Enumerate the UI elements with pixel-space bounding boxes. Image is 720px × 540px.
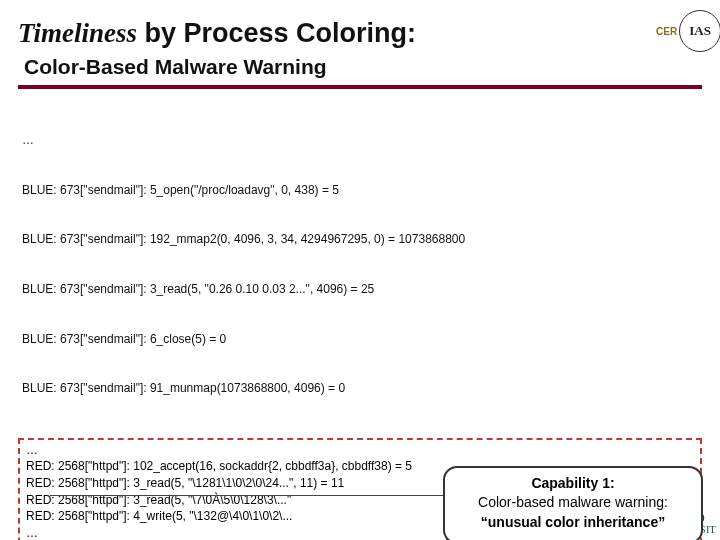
title-rule (18, 85, 702, 89)
title-italic: Timeliness (18, 18, 137, 48)
log-line: BLUE: 673["sendmail"]: 5_open("/proc/loa… (22, 182, 698, 199)
ias-circle: IAS (679, 10, 720, 52)
cer-text: CER (656, 26, 677, 37)
log-red-box: … RED: 2568["httpd"]: 102_accept(16, soc… (18, 438, 702, 540)
log-line: BLUE: 673["sendmail"]: 192_mmap2(0, 4096… (22, 231, 698, 248)
title-rest: by Process Coloring: (137, 18, 416, 48)
footer-rule (50, 495, 460, 496)
log-line: BLUE: 673["sendmail"]: 3_read(5, "0.26 0… (22, 281, 698, 298)
capability-callout: Capability 1: Color-based malware warnin… (443, 466, 703, 540)
log-line: … (22, 132, 698, 149)
log-line: … (26, 442, 694, 459)
log-line: BLUE: 673["sendmail"]: 91_munmap(1073868… (22, 380, 698, 397)
log-blue-block: … BLUE: 673["sendmail"]: 5_open("/proc/l… (18, 99, 702, 436)
callout-desc: Color-based malware warning: (455, 493, 691, 512)
ias-logo: CER IAS (656, 6, 720, 56)
slide-title: Timeliness by Process Coloring: (18, 18, 702, 49)
slide-subtitle: Color-Based Malware Warning (24, 55, 702, 79)
log-line: BLUE: 673["sendmail"]: 6_close(5) = 0 (22, 331, 698, 348)
callout-caption: Capability 1: (455, 474, 691, 493)
callout-quote: “unusual color inheritance” (455, 513, 691, 532)
